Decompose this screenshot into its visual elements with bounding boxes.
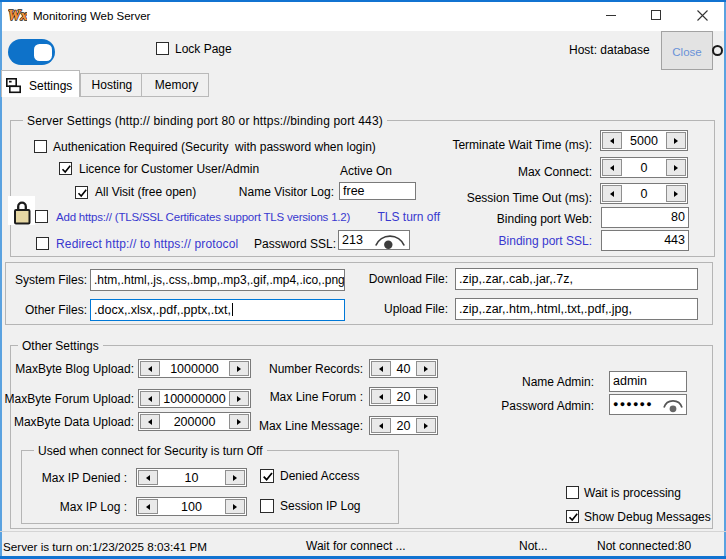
svg-text:Wx: Wx <box>8 8 27 23</box>
